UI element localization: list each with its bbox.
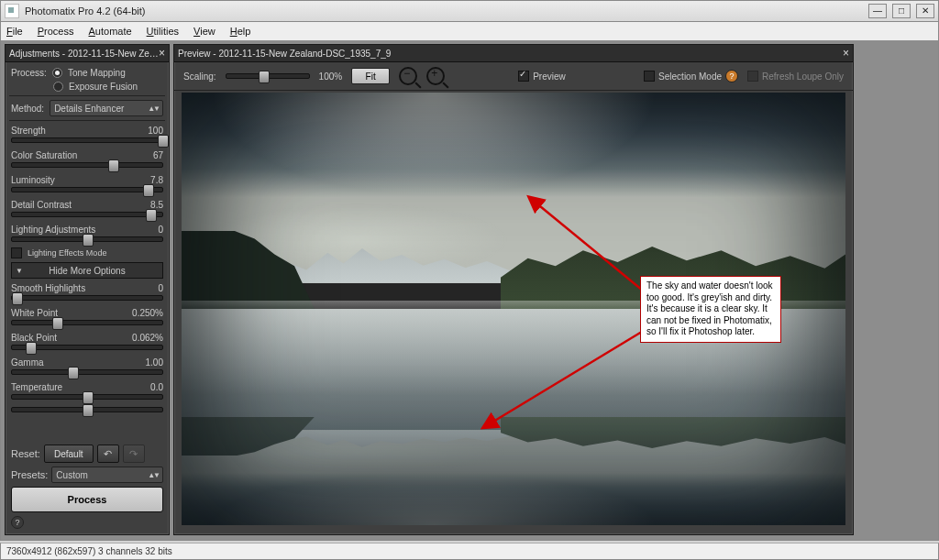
- zoom-out-icon[interactable]: −: [399, 67, 417, 85]
- scaling-value: 100%: [319, 71, 343, 82]
- lighting-effects-checkbox[interactable]: [11, 247, 22, 258]
- hide-more-options-header[interactable]: ▼ Hide More Options: [11, 262, 163, 279]
- preview-checkbox[interactable]: [518, 71, 529, 82]
- select-arrows-icon: ▲▼: [148, 104, 159, 113]
- menu-view[interactable]: View: [193, 26, 215, 37]
- main-slider-label: Color Saturation: [11, 150, 77, 160]
- exposure-fusion-label: Exposure Fusion: [69, 82, 138, 92]
- minimize-button[interactable]: —: [868, 4, 887, 18]
- more-slider-slider[interactable]: [11, 394, 163, 400]
- main-slider-slider[interactable]: [11, 212, 163, 217]
- menu-process[interactable]: Process: [38, 26, 74, 37]
- process-label: Process:: [11, 68, 47, 78]
- redo-button[interactable]: ↷: [123, 445, 145, 463]
- zoom-in-icon[interactable]: +: [426, 67, 445, 85]
- more-slider-label: Temperature: [11, 382, 62, 392]
- menu-help[interactable]: Help: [230, 26, 251, 37]
- adjustments-title-bar[interactable]: Adjustments - 2012-11-15-New Ze… ×: [6, 45, 169, 62]
- status-text: 7360x4912 (862x597) 3 channels 32 bits: [6, 546, 172, 556]
- menu-utilities[interactable]: Utilities: [147, 26, 179, 37]
- lighting-effects-label: Lighting Effects Mode: [28, 248, 106, 258]
- menu-automate[interactable]: Automate: [89, 26, 132, 37]
- main-slider-label: Strength: [11, 126, 46, 136]
- main-slider-value: 0: [158, 225, 163, 235]
- more-slider-slider[interactable]: [11, 295, 163, 301]
- process-button[interactable]: Process: [11, 487, 163, 512]
- radio-exposure-fusion[interactable]: [53, 82, 63, 92]
- main-slider-slider[interactable]: [11, 162, 163, 168]
- more-slider-label: Smooth Highlights: [11, 283, 85, 293]
- preview-toolbar: Scaling: 100% Fit − + Preview Selection …: [174, 62, 853, 91]
- hide-more-label: Hide More Options: [49, 266, 125, 276]
- help-button[interactable]: ?: [11, 516, 24, 529]
- adjustments-close-icon[interactable]: ×: [159, 47, 165, 60]
- preview-title: Preview - 2012-11-15-New Zealand-DSC_193…: [178, 49, 391, 59]
- more-slider-label: White Point: [11, 308, 58, 318]
- status-bar: 7360x4912 (862x597) 3 channels 32 bits: [0, 543, 939, 560]
- more-slider-value: 0.062%: [132, 333, 163, 343]
- presets-label: Presets:: [11, 469, 48, 480]
- menu-bar: File Process Automate Utilities View Hel…: [0, 22, 939, 40]
- preview-title-bar[interactable]: Preview - 2012-11-15-New Zealand-DSC_193…: [174, 45, 853, 62]
- extra-slider-track[interactable]: [11, 407, 163, 412]
- workspace: Adjustments - 2012-11-15-New Ze… × Proce…: [0, 40, 939, 541]
- more-slider-value: 0: [158, 283, 163, 293]
- presets-value: Custom: [56, 470, 87, 480]
- selection-mode-checkbox[interactable]: [644, 71, 655, 82]
- scaling-label: Scaling:: [183, 71, 216, 82]
- scaling-slider[interactable]: [226, 73, 310, 79]
- more-slider-value: 1.00: [146, 357, 163, 368]
- fit-button[interactable]: Fit: [351, 68, 390, 84]
- refresh-loupe-label: Refresh Loupe Only: [762, 71, 844, 82]
- select-arrows-icon: ▲▼: [148, 471, 159, 479]
- preview-close-icon[interactable]: ×: [843, 47, 849, 60]
- main-slider-slider[interactable]: [11, 187, 163, 192]
- main-slider-label: Luminosity: [11, 175, 55, 185]
- close-button[interactable]: ✕: [916, 4, 934, 18]
- default-button[interactable]: Default: [44, 445, 94, 463]
- maximize-button[interactable]: □: [892, 4, 911, 18]
- selection-mode-label: Selection Mode: [658, 71, 722, 82]
- adjustments-panel: Adjustments - 2012-11-15-New Ze… × Proce…: [5, 44, 170, 535]
- method-select[interactable]: Details Enhancer ▲▼: [50, 100, 163, 116]
- radio-tone-mapping[interactable]: [52, 68, 62, 78]
- main-slider-slider[interactable]: [11, 236, 163, 242]
- window-title-bar: Photomatix Pro 4.2 (64-bit) — □ ✕: [0, 0, 939, 22]
- more-slider-value: 0.0: [150, 382, 163, 392]
- reset-label: Reset:: [11, 448, 40, 459]
- undo-button[interactable]: ↶: [97, 445, 119, 463]
- method-label: Method:: [11, 104, 44, 114]
- more-slider-slider[interactable]: [11, 369, 163, 375]
- refresh-loupe-checkbox[interactable]: [747, 71, 758, 82]
- method-value: Details Enhancer: [54, 104, 124, 114]
- selection-mode-help-icon[interactable]: ?: [725, 70, 738, 82]
- more-slider-label: Gamma: [11, 357, 44, 368]
- more-slider-value: 0.250%: [132, 308, 163, 318]
- annotation-callout: The sky and water doesn't look too good.…: [640, 276, 781, 343]
- more-slider-slider[interactable]: [11, 345, 163, 350]
- menu-file[interactable]: File: [6, 26, 23, 37]
- main-slider-label: Detail Contrast: [11, 200, 72, 210]
- adjustments-title: Adjustments - 2012-11-15-New Ze…: [9, 49, 159, 59]
- preview-panel: Preview - 2012-11-15-New Zealand-DSC_193…: [173, 44, 854, 535]
- main-slider-value: 67: [153, 150, 163, 160]
- main-slider-slider[interactable]: [11, 137, 163, 143]
- collapse-triangle-icon: ▼: [16, 267, 23, 275]
- app-icon: [5, 4, 19, 18]
- preview-checkbox-label: Preview: [533, 71, 566, 82]
- window-title: Photomatix Pro 4.2 (64-bit): [25, 5, 145, 16]
- tone-mapping-label: Tone Mapping: [68, 68, 126, 78]
- preview-image-area[interactable]: The sky and water doesn't look too good.…: [182, 93, 845, 525]
- more-slider-slider[interactable]: [11, 320, 163, 325]
- presets-select[interactable]: Custom ▲▼: [51, 467, 163, 483]
